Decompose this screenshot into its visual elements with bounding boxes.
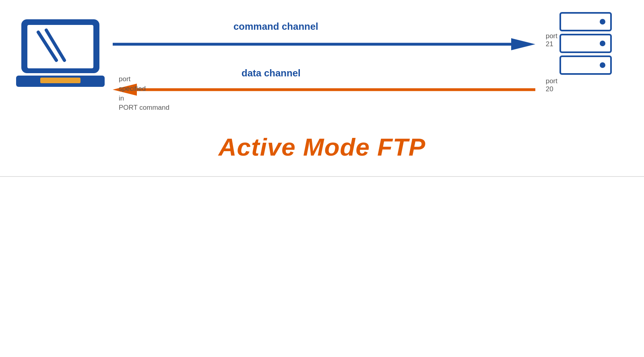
active-port21-label: port21 [546,32,557,49]
active-laptop-icon [16,16,105,96]
svg-marker-7 [511,38,535,50]
active-command-arrow [113,34,535,54]
active-server-icon [559,12,612,77]
section-divider [0,176,644,177]
active-mode-title: Active Mode FTP [0,133,644,161]
passive-mode-section: command channel port21 data channel rand… [0,178,644,357]
active-mode-section: command channel port21 data channel port… [0,0,644,173]
svg-rect-5 [40,78,80,83]
active-data-arrow [113,80,535,100]
active-data-channel-label: data channel [242,68,301,79]
active-client-port-label: portspecifiedinPORT command [119,74,169,113]
active-command-channel-label: command channel [233,21,318,32]
active-port20-label: port20 [546,77,557,94]
